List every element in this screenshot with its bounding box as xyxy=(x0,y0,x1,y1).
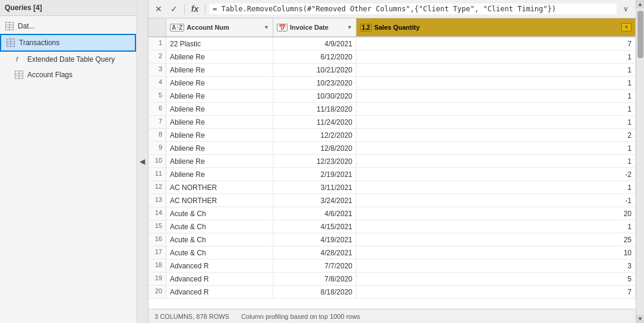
cell-qty: 25 xyxy=(356,233,636,246)
table-row[interactable]: 18Advanced R7/7/20203 xyxy=(149,259,636,273)
row-index-cell: 15 xyxy=(149,220,166,233)
table-row[interactable]: 122 Plastic4/9/20217 xyxy=(149,37,636,50)
row-index-cell: 8 xyxy=(149,129,166,141)
status-bar: 3 COLUMNS, 878 ROWS Column profiling bas… xyxy=(149,309,636,323)
cell-date: 3/24/2021 xyxy=(273,194,356,207)
sidebar-item-dates[interactable]: Dat... xyxy=(0,18,136,34)
formula-expand-button[interactable]: ∨ xyxy=(619,2,632,15)
table-row[interactable]: 11Abilene Re2/19/2021-2 xyxy=(149,168,636,181)
sidebar-item-extended-date[interactable]: f Extended Date Table Query xyxy=(0,52,136,67)
formula-separator xyxy=(184,4,185,14)
cell-account: Abilene Re xyxy=(166,129,273,141)
table-row[interactable]: 15Acute & Ch4/15/20211 xyxy=(149,220,636,233)
sidebar-item-label: Account Flags xyxy=(27,71,72,79)
formula-confirm-button[interactable]: ✓ xyxy=(168,2,181,15)
table-icon xyxy=(5,21,14,31)
row-index-cell: 13 xyxy=(149,194,166,207)
col-dropdown-arrow[interactable]: ▼ xyxy=(621,23,632,31)
table-row[interactable]: 7Abilene Re11/24/20201 xyxy=(149,116,636,129)
row-index-cell: 14 xyxy=(149,207,166,220)
chevron-left-icon: ◀ xyxy=(140,157,145,166)
table-row[interactable]: 5Abilene Re10/30/20201 xyxy=(149,90,636,103)
col-dropdown-arrow[interactable]: ▼ xyxy=(347,24,352,30)
cell-account: Abilene Re xyxy=(166,64,273,76)
row-index-cell: 6 xyxy=(149,103,166,115)
cell-account: Abilene Re xyxy=(166,116,273,128)
cell-account: Advanced R xyxy=(166,286,273,298)
formula-cancel-button[interactable]: ✕ xyxy=(152,2,165,15)
cell-qty: 1 xyxy=(356,90,636,102)
table-row[interactable]: 4Abilene Re10/23/20201 xyxy=(149,77,636,90)
cell-date: 3/11/2021 xyxy=(273,181,356,194)
cell-date: 4/15/2021 xyxy=(273,220,356,233)
cell-qty: 1 xyxy=(356,142,636,154)
cell-account: Advanced R xyxy=(166,273,273,285)
cell-qty: -2 xyxy=(356,168,636,180)
sidebar-item-label: Extended Date Table Query xyxy=(27,55,115,64)
formula-input[interactable] xyxy=(209,4,617,14)
table-row[interactable]: 14Acute & Ch4/6/202120 xyxy=(149,207,636,220)
cell-date: 4/28/2021 xyxy=(273,246,356,259)
cell-qty: 5 xyxy=(356,273,636,285)
row-index-cell: 9 xyxy=(149,142,166,154)
cell-date: 11/24/2020 xyxy=(273,116,356,128)
scroll-up-button[interactable]: ▲ xyxy=(636,0,645,8)
row-index-cell: 2 xyxy=(149,50,166,63)
row-index-cell: 17 xyxy=(149,246,166,259)
data-table[interactable]: 122 Plastic4/9/202172Abilene Re6/12/2020… xyxy=(149,37,636,309)
table-row[interactable]: 12AC NORTHER3/11/20211 xyxy=(149,181,636,194)
cell-qty: 1 xyxy=(356,181,636,194)
table-row[interactable]: 3Abilene Re10/21/20201 xyxy=(149,64,636,77)
cell-account: Abilene Re xyxy=(166,155,273,167)
table-row[interactable]: 16Acute & Ch4/19/202125 xyxy=(149,233,636,246)
col-type-badge: A↑Z xyxy=(170,24,184,31)
row-index-cell: 1 xyxy=(149,37,166,50)
row-index-cell: 16 xyxy=(149,233,166,246)
scroll-down-button[interactable]: ▼ xyxy=(636,315,645,323)
function-icon: f xyxy=(14,55,24,64)
sidebar-header: Queries [4] xyxy=(0,0,136,16)
scroll-track: ▲ ▼ xyxy=(636,0,644,323)
table-row[interactable]: 19Advanced R7/8/20205 xyxy=(149,273,636,286)
table-row[interactable]: 13AC NORTHER3/24/2021-1 xyxy=(149,194,636,207)
col-dropdown-arrow[interactable]: ▼ xyxy=(264,24,269,30)
cell-date: 10/23/2020 xyxy=(273,77,356,89)
column-header-invoice-date[interactable]: 📅Invoice Date▼ xyxy=(273,18,356,36)
col-label: Invoice Date xyxy=(290,24,329,31)
table-row[interactable]: 10Abilene Re12/23/20201 xyxy=(149,155,636,168)
cell-account: Advanced R xyxy=(166,259,273,272)
table-row[interactable]: 2Abilene Re6/12/20201 xyxy=(149,50,636,64)
cell-qty: 1 xyxy=(356,77,636,89)
cell-qty: 10 xyxy=(356,246,636,259)
column-header-sales-quantity[interactable]: 1.2Sales Quantity▼ xyxy=(356,18,636,36)
cell-qty: 1 xyxy=(356,155,636,167)
table-row[interactable]: 6Abilene Re11/18/20201 xyxy=(149,103,636,116)
table-icon xyxy=(6,38,15,48)
row-index-cell: 18 xyxy=(149,259,166,272)
sidebar-item-transactions[interactable]: Transactions xyxy=(0,34,136,52)
row-index-cell: 10 xyxy=(149,155,166,167)
formula-separator-2 xyxy=(205,4,206,14)
cell-account: 22 Plastic xyxy=(166,37,273,50)
cell-date: 12/23/2020 xyxy=(273,155,356,167)
col-label: Sales Quantity xyxy=(374,24,419,31)
cell-date: 7/7/2020 xyxy=(273,259,356,272)
cell-qty: 7 xyxy=(356,286,636,298)
cell-account: Acute & Ch xyxy=(166,246,273,259)
column-header-account-num[interactable]: A↑ZAccount Num▼ xyxy=(166,18,273,36)
scroll-thumb[interactable] xyxy=(637,11,643,58)
cell-qty: 20 xyxy=(356,207,636,220)
cell-qty: 1 xyxy=(356,116,636,128)
table-row[interactable]: 9Abilene Re12/8/20201 xyxy=(149,142,636,155)
table-row[interactable]: 8Abilene Re12/2/20202 xyxy=(149,129,636,142)
sidebar-items-list: Dat... Transactions f Extended Date Tabl… xyxy=(0,16,136,323)
table-row[interactable]: 20Advanced R8/18/20207 xyxy=(149,286,636,299)
row-index-cell: 5 xyxy=(149,90,166,102)
fx-button[interactable]: fx xyxy=(188,2,201,15)
table-row[interactable]: 17Acute & Ch4/28/202110 xyxy=(149,246,636,259)
sidebar: Queries [4] Dat... Transactions f Extend… xyxy=(0,0,137,323)
sidebar-item-account-flags[interactable]: Account Flags xyxy=(0,67,136,83)
cell-qty: 1 xyxy=(356,64,636,76)
cell-account: AC NORTHER xyxy=(166,181,273,194)
sidebar-collapse-button[interactable]: ◀ xyxy=(137,0,149,323)
